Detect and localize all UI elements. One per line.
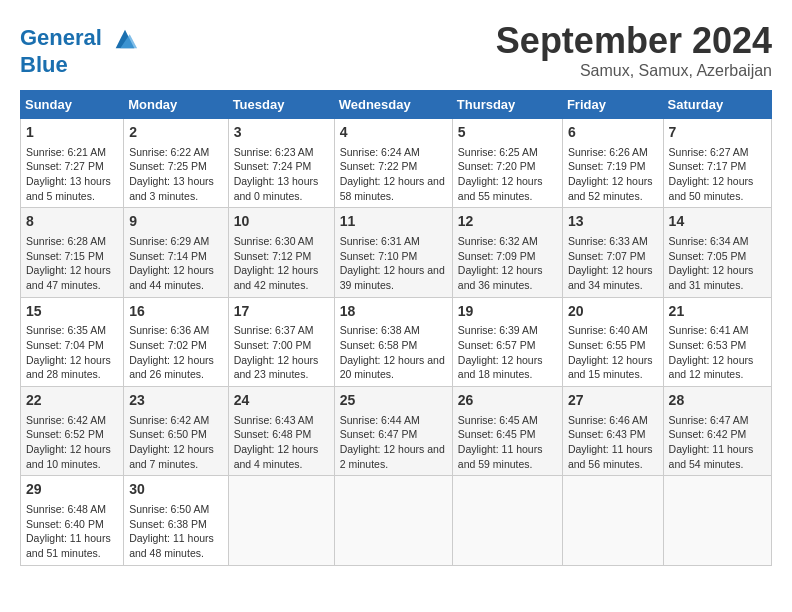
page-header: General Blue September 2024 Samux, Samux…	[20, 20, 772, 80]
week-row-1: 1Sunrise: 6:21 AMSunset: 7:27 PMDaylight…	[21, 119, 772, 208]
sunset-text: Sunset: 7:12 PM	[234, 250, 312, 262]
calendar-cell: 5Sunrise: 6:25 AMSunset: 7:20 PMDaylight…	[452, 119, 562, 208]
sunrise-text: Sunrise: 6:43 AM	[234, 414, 314, 426]
daylight-text: Daylight: 12 hours and 47 minutes.	[26, 264, 111, 291]
daylight-text: Daylight: 13 hours and 0 minutes.	[234, 175, 319, 202]
daylight-text: Daylight: 12 hours and 15 minutes.	[568, 354, 653, 381]
sunset-text: Sunset: 6:48 PM	[234, 428, 312, 440]
sunrise-text: Sunrise: 6:30 AM	[234, 235, 314, 247]
day-number: 3	[234, 123, 329, 143]
daylight-text: Daylight: 12 hours and 28 minutes.	[26, 354, 111, 381]
day-number: 18	[340, 302, 447, 322]
sunrise-text: Sunrise: 6:48 AM	[26, 503, 106, 515]
day-number: 28	[669, 391, 766, 411]
sunrise-text: Sunrise: 6:24 AM	[340, 146, 420, 158]
sunrise-text: Sunrise: 6:22 AM	[129, 146, 209, 158]
day-number: 8	[26, 212, 118, 232]
calendar-cell: 30Sunrise: 6:50 AMSunset: 6:38 PMDayligh…	[124, 476, 228, 565]
sunset-text: Sunset: 7:17 PM	[669, 160, 747, 172]
daylight-text: Daylight: 12 hours and 23 minutes.	[234, 354, 319, 381]
day-number: 19	[458, 302, 557, 322]
sunset-text: Sunset: 7:19 PM	[568, 160, 646, 172]
day-number: 16	[129, 302, 222, 322]
calendar-cell: 8Sunrise: 6:28 AMSunset: 7:15 PMDaylight…	[21, 208, 124, 297]
week-row-5: 29Sunrise: 6:48 AMSunset: 6:40 PMDayligh…	[21, 476, 772, 565]
month-title: September 2024	[496, 20, 772, 62]
sunset-text: Sunset: 7:07 PM	[568, 250, 646, 262]
calendar-table: SundayMondayTuesdayWednesdayThursdayFrid…	[20, 90, 772, 566]
daylight-text: Daylight: 11 hours and 51 minutes.	[26, 532, 111, 559]
sunrise-text: Sunrise: 6:21 AM	[26, 146, 106, 158]
day-number: 23	[129, 391, 222, 411]
sunset-text: Sunset: 6:38 PM	[129, 518, 207, 530]
daylight-text: Daylight: 12 hours and 36 minutes.	[458, 264, 543, 291]
sunrise-text: Sunrise: 6:39 AM	[458, 324, 538, 336]
daylight-text: Daylight: 12 hours and 7 minutes.	[129, 443, 214, 470]
daylight-text: Daylight: 12 hours and 55 minutes.	[458, 175, 543, 202]
sunset-text: Sunset: 7:27 PM	[26, 160, 104, 172]
header-tuesday: Tuesday	[228, 91, 334, 119]
sunset-text: Sunset: 7:15 PM	[26, 250, 104, 262]
sunset-text: Sunset: 6:55 PM	[568, 339, 646, 351]
sunset-text: Sunset: 7:24 PM	[234, 160, 312, 172]
sunrise-text: Sunrise: 6:23 AM	[234, 146, 314, 158]
day-number: 4	[340, 123, 447, 143]
day-number: 13	[568, 212, 658, 232]
daylight-text: Daylight: 12 hours and 52 minutes.	[568, 175, 653, 202]
day-number: 1	[26, 123, 118, 143]
sunrise-text: Sunrise: 6:40 AM	[568, 324, 648, 336]
day-number: 9	[129, 212, 222, 232]
daylight-text: Daylight: 11 hours and 54 minutes.	[669, 443, 754, 470]
calendar-cell: 22Sunrise: 6:42 AMSunset: 6:52 PMDayligh…	[21, 387, 124, 476]
calendar-cell: 27Sunrise: 6:46 AMSunset: 6:43 PMDayligh…	[562, 387, 663, 476]
calendar-cell: 10Sunrise: 6:30 AMSunset: 7:12 PMDayligh…	[228, 208, 334, 297]
day-number: 20	[568, 302, 658, 322]
day-number: 22	[26, 391, 118, 411]
sunset-text: Sunset: 6:50 PM	[129, 428, 207, 440]
sunrise-text: Sunrise: 6:32 AM	[458, 235, 538, 247]
calendar-cell	[334, 476, 452, 565]
calendar-cell: 18Sunrise: 6:38 AMSunset: 6:58 PMDayligh…	[334, 297, 452, 386]
calendar-cell	[663, 476, 771, 565]
sunrise-text: Sunrise: 6:37 AM	[234, 324, 314, 336]
daylight-text: Daylight: 11 hours and 48 minutes.	[129, 532, 214, 559]
calendar-cell: 20Sunrise: 6:40 AMSunset: 6:55 PMDayligh…	[562, 297, 663, 386]
day-number: 26	[458, 391, 557, 411]
sunrise-text: Sunrise: 6:34 AM	[669, 235, 749, 247]
header-friday: Friday	[562, 91, 663, 119]
sunset-text: Sunset: 6:53 PM	[669, 339, 747, 351]
header-monday: Monday	[124, 91, 228, 119]
daylight-text: Daylight: 12 hours and 2 minutes.	[340, 443, 445, 470]
sunset-text: Sunset: 7:09 PM	[458, 250, 536, 262]
calendar-cell: 4Sunrise: 6:24 AMSunset: 7:22 PMDaylight…	[334, 119, 452, 208]
sunset-text: Sunset: 6:43 PM	[568, 428, 646, 440]
header-thursday: Thursday	[452, 91, 562, 119]
calendar-cell: 2Sunrise: 6:22 AMSunset: 7:25 PMDaylight…	[124, 119, 228, 208]
daylight-text: Daylight: 11 hours and 56 minutes.	[568, 443, 653, 470]
daylight-text: Daylight: 12 hours and 34 minutes.	[568, 264, 653, 291]
calendar-header-row: SundayMondayTuesdayWednesdayThursdayFrid…	[21, 91, 772, 119]
daylight-text: Daylight: 12 hours and 50 minutes.	[669, 175, 754, 202]
sunset-text: Sunset: 7:00 PM	[234, 339, 312, 351]
calendar-cell: 21Sunrise: 6:41 AMSunset: 6:53 PMDayligh…	[663, 297, 771, 386]
day-number: 11	[340, 212, 447, 232]
daylight-text: Daylight: 12 hours and 20 minutes.	[340, 354, 445, 381]
title-area: September 2024 Samux, Samux, Azerbaijan	[496, 20, 772, 80]
calendar-cell: 9Sunrise: 6:29 AMSunset: 7:14 PMDaylight…	[124, 208, 228, 297]
sunrise-text: Sunrise: 6:42 AM	[129, 414, 209, 426]
calendar-cell: 11Sunrise: 6:31 AMSunset: 7:10 PMDayligh…	[334, 208, 452, 297]
daylight-text: Daylight: 13 hours and 3 minutes.	[129, 175, 214, 202]
calendar-cell	[562, 476, 663, 565]
week-row-2: 8Sunrise: 6:28 AMSunset: 7:15 PMDaylight…	[21, 208, 772, 297]
day-number: 29	[26, 480, 118, 500]
day-number: 15	[26, 302, 118, 322]
daylight-text: Daylight: 12 hours and 4 minutes.	[234, 443, 319, 470]
calendar-cell: 12Sunrise: 6:32 AMSunset: 7:09 PMDayligh…	[452, 208, 562, 297]
week-row-4: 22Sunrise: 6:42 AMSunset: 6:52 PMDayligh…	[21, 387, 772, 476]
day-number: 24	[234, 391, 329, 411]
calendar-cell: 6Sunrise: 6:26 AMSunset: 7:19 PMDaylight…	[562, 119, 663, 208]
sunrise-text: Sunrise: 6:28 AM	[26, 235, 106, 247]
sunrise-text: Sunrise: 6:45 AM	[458, 414, 538, 426]
calendar-cell: 16Sunrise: 6:36 AMSunset: 7:02 PMDayligh…	[124, 297, 228, 386]
day-number: 21	[669, 302, 766, 322]
